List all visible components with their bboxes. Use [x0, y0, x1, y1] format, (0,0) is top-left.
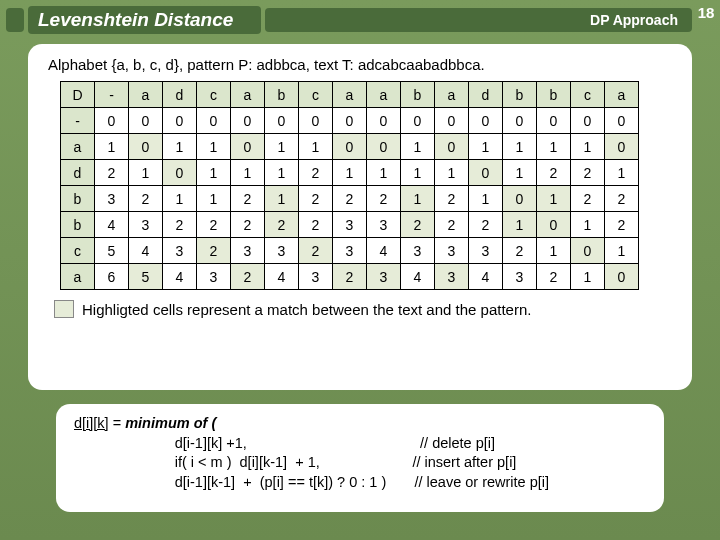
dp-cell: 1	[571, 212, 605, 238]
dp-cell: 0	[571, 108, 605, 134]
dp-cell: 0	[605, 264, 639, 290]
dp-cell: 1	[469, 134, 503, 160]
dp-cell: 3	[129, 212, 163, 238]
dp-col-header: a	[129, 82, 163, 108]
dp-cell: 2	[435, 186, 469, 212]
dp-row-header: b	[61, 186, 95, 212]
dp-cell: 2	[231, 212, 265, 238]
dp-cell: 3	[469, 238, 503, 264]
dp-row-header: c	[61, 238, 95, 264]
slide-title: Levenshtein Distance	[28, 6, 261, 34]
dp-row-header: -	[61, 108, 95, 134]
dp-table: D-adcabcaabadbbca-0000000000000000a10110…	[60, 81, 639, 290]
dp-cell: 0	[197, 108, 231, 134]
dp-col-header: c	[571, 82, 605, 108]
dp-cell: 0	[129, 108, 163, 134]
dp-cell: 2	[571, 160, 605, 186]
dp-col-header: b	[503, 82, 537, 108]
dp-cell: 4	[265, 264, 299, 290]
dp-cell: 1	[401, 134, 435, 160]
dp-cell: 0	[469, 160, 503, 186]
legend-swatch	[54, 300, 74, 318]
title-notch	[6, 8, 24, 32]
dp-corner: D	[61, 82, 95, 108]
title-bar-line: DP Approach	[265, 8, 692, 32]
dp-cell: 0	[299, 108, 333, 134]
slide-subtitle: DP Approach	[590, 12, 678, 28]
dp-col-header: -	[95, 82, 129, 108]
dp-cell: 2	[367, 186, 401, 212]
dp-cell: 1	[469, 186, 503, 212]
dp-cell: 2	[605, 186, 639, 212]
dp-cell: 4	[95, 212, 129, 238]
dp-cell: 0	[435, 134, 469, 160]
dp-cell: 1	[537, 134, 571, 160]
legend: Highligted cells represent a match betwe…	[54, 300, 678, 318]
dp-cell: 0	[333, 108, 367, 134]
dp-cell: 2	[605, 212, 639, 238]
dp-col-header: a	[367, 82, 401, 108]
dp-cell: 1	[163, 186, 197, 212]
dp-cell: 3	[95, 186, 129, 212]
dp-cell: 2	[299, 238, 333, 264]
dp-cell: 0	[537, 212, 571, 238]
dp-cell: 1	[197, 160, 231, 186]
dp-cell: 2	[333, 186, 367, 212]
dp-cell: 1	[299, 134, 333, 160]
dp-cell: 2	[299, 212, 333, 238]
dp-cell: 1	[231, 160, 265, 186]
dp-cell: 4	[163, 264, 197, 290]
dp-col-header: c	[299, 82, 333, 108]
dp-col-header: b	[401, 82, 435, 108]
dp-cell: 6	[95, 264, 129, 290]
dp-cell: 0	[163, 160, 197, 186]
dp-cell: 1	[367, 160, 401, 186]
dp-cell: 1	[503, 134, 537, 160]
dp-col-header: a	[333, 82, 367, 108]
dp-cell: 4	[401, 264, 435, 290]
dp-cell: 0	[503, 186, 537, 212]
dp-cell: 0	[503, 108, 537, 134]
dp-cell: 2	[435, 212, 469, 238]
dp-col-header: d	[469, 82, 503, 108]
dp-cell: 0	[401, 108, 435, 134]
dp-cell: 0	[367, 108, 401, 134]
dp-cell: 5	[95, 238, 129, 264]
dp-cell: 1	[435, 160, 469, 186]
dp-cell: 3	[435, 238, 469, 264]
dp-cell: 1	[197, 186, 231, 212]
dp-cell: 0	[129, 134, 163, 160]
dp-col-header: b	[537, 82, 571, 108]
dp-cell: 4	[367, 238, 401, 264]
dp-cell: 2	[163, 212, 197, 238]
page-number: 18	[694, 4, 718, 21]
dp-col-header: a	[435, 82, 469, 108]
dp-cell: 1	[197, 134, 231, 160]
formula-panel: d[i][k] = minimum of ( d[i-1][k] +1, // …	[56, 404, 664, 512]
dp-cell: 0	[231, 134, 265, 160]
dp-cell: 0	[95, 108, 129, 134]
dp-cell: 0	[333, 134, 367, 160]
dp-cell: 2	[401, 212, 435, 238]
main-panel: Alphabet {a, b, c, d}, pattern P: adbbca…	[28, 44, 692, 390]
dp-cell: 1	[503, 212, 537, 238]
dp-row-header: a	[61, 264, 95, 290]
dp-cell: 0	[537, 108, 571, 134]
dp-cell: 0	[367, 134, 401, 160]
dp-cell: 1	[537, 186, 571, 212]
dp-cell: 2	[129, 186, 163, 212]
dp-cell: 1	[537, 238, 571, 264]
title-bar: Levenshtein Distance DP Approach	[6, 6, 692, 34]
dp-col-header: d	[163, 82, 197, 108]
dp-cell: 3	[333, 238, 367, 264]
dp-cell: 0	[163, 108, 197, 134]
dp-cell: 0	[231, 108, 265, 134]
dp-cell: 3	[265, 238, 299, 264]
dp-cell: 3	[299, 264, 333, 290]
dp-cell: 2	[197, 238, 231, 264]
dp-cell: 2	[231, 264, 265, 290]
dp-cell: 2	[571, 186, 605, 212]
dp-cell: 1	[571, 264, 605, 290]
dp-cell: 2	[503, 238, 537, 264]
dp-col-header: b	[265, 82, 299, 108]
